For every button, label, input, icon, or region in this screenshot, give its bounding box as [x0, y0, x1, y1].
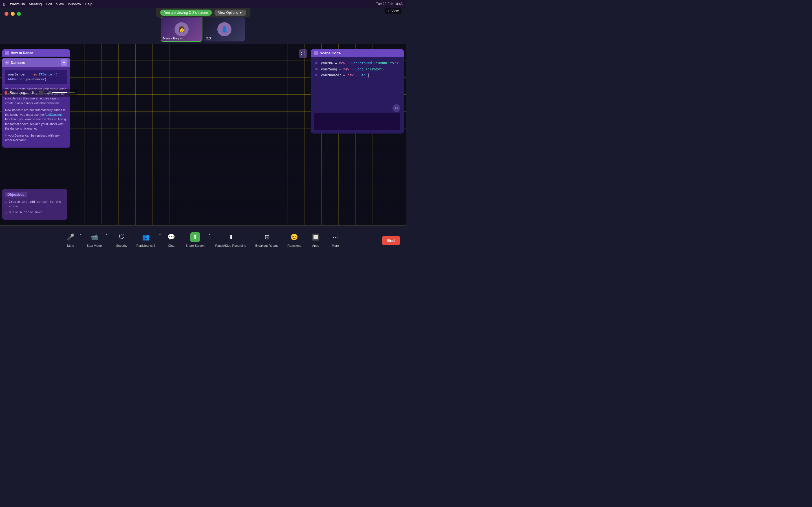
view-button-topright[interactable]: ⊞ View: [385, 8, 402, 14]
participant-name-ds: D.S: [206, 37, 211, 40]
dancers-header: — Dancers ↩: [2, 58, 70, 67]
volume-icon: 🔊: [47, 91, 51, 95]
dancers-panel: — Dancers ↩ yourDancer = new FFDancer() …: [2, 58, 70, 148]
share-indicator: You are viewing D.S's screen: [160, 10, 212, 16]
share-screen-icon: ⬆: [190, 232, 200, 242]
share-screen-arrow[interactable]: ▲: [208, 233, 211, 236]
toolbar-share-screen[interactable]: ⬆ Share Screen: [181, 230, 209, 249]
scene-code-collapse[interactable]: —: [314, 51, 318, 55]
more-label: More: [332, 244, 339, 247]
dancers-code-block: yourDancer = new FFDancer() AddDancer(yo…: [5, 70, 67, 84]
menubar:  zoom.us Meeting Edit View Window Help …: [0, 0, 406, 8]
menubar-time: Tue 22 Feb 14:48: [376, 2, 403, 6]
refresh-button[interactable]: ↻: [393, 104, 400, 112]
avatar-marisa: 👩: [174, 22, 189, 36]
objectives-panel: Objectives ☆ Create and add dancer to th…: [2, 189, 67, 220]
toolbar-stop-video[interactable]: 📹 Stop Video: [82, 230, 106, 249]
participant-tile-marisa[interactable]: 👩 Marisa Paryasto: [161, 17, 202, 42]
breakout-rooms-icon: ⊞: [262, 232, 272, 242]
menubar-item-view[interactable]: View: [56, 2, 64, 6]
pause-recording-icon: ⏸: [226, 232, 236, 242]
more-icon: ···: [330, 232, 340, 242]
volume-track[interactable]: [52, 92, 75, 93]
end-button[interactable]: End: [382, 236, 400, 245]
toolbar-more[interactable]: ··· More: [325, 230, 345, 249]
mute-icon: 🎤: [66, 232, 76, 242]
menubar-item-help[interactable]: Help: [85, 2, 93, 6]
stop-video-icon: 📹: [89, 232, 99, 242]
toolbar-breakout-rooms[interactable]: ⊞ Breakout Rooms: [251, 230, 283, 249]
menubar-item-window[interactable]: Window: [68, 2, 81, 6]
collapse-icon[interactable]: —: [5, 51, 9, 55]
mute-arrow[interactable]: ▲: [80, 233, 82, 236]
participants-label: Participants 2: [137, 244, 155, 247]
avatar-ds: 👤: [217, 22, 232, 36]
scene-code-line-2: 02 yourSong = new FFSong ("Frozy"): [314, 66, 400, 73]
chat-label: Chat: [168, 244, 174, 247]
apps-label: Apps: [312, 244, 319, 247]
recording-stop-btn[interactable]: ⬛: [38, 90, 45, 96]
toolbar-chat[interactable]: 💬 Chat: [161, 230, 181, 249]
volume-fill: [52, 92, 67, 93]
recording-pause-btn[interactable]: ⏸: [30, 90, 36, 96]
how-to-dance-panel: — How to Dance: [2, 49, 70, 57]
menubar-item-meeting[interactable]: Meeting: [29, 2, 42, 6]
objective-item-2: ☆ Queue a dance move: [5, 210, 64, 215]
chat-icon: 💬: [166, 232, 176, 242]
stop-video-arrow[interactable]: ▲: [105, 233, 108, 236]
pause-recording-label: Pause/Stop Recording: [215, 244, 246, 247]
how-to-dance-title: How to Dance: [11, 51, 33, 55]
traffic-lights: [4, 12, 21, 16]
fullscreen-button[interactable]: ⛶: [299, 49, 307, 58]
participant-name-marisa: Marisa Paryasto: [163, 37, 185, 40]
dancers-text-2: New dancers are not automatically added …: [5, 108, 67, 131]
share-screen-label: Share Screen: [186, 244, 204, 247]
dancers-title: Dancers: [11, 61, 25, 65]
participant-tile-ds[interactable]: 👤 D.S: [204, 17, 245, 42]
scene-code-line-3: 03 yourDancer = new FFDan: [314, 72, 400, 78]
objectives-title: Objectives: [5, 192, 27, 198]
security-label: Security: [116, 244, 128, 247]
participants-icon: 👥: [141, 232, 151, 242]
breakout-rooms-label: Breakout Rooms: [255, 244, 278, 247]
menubar-item-edit[interactable]: Edit: [46, 2, 52, 6]
toolbar-security[interactable]: 🛡 Security: [112, 230, 132, 249]
scene-code-title: Scene Code: [320, 51, 341, 55]
mute-label: Mute: [67, 244, 74, 247]
view-icon: ⊞: [388, 9, 390, 13]
traffic-light-minimize[interactable]: [11, 12, 15, 16]
menubar-app-name[interactable]: zoom.us: [10, 2, 25, 6]
apple-menu-icon[interactable]: : [3, 2, 5, 6]
dancers-text-3: ** yourDancer can be replaced with any o…: [5, 133, 67, 143]
dancers-body: yourDancer = new FFDancer() AddDancer(yo…: [2, 67, 70, 148]
scene-code-line-1: 01 yourBG = new FFBackground ("OvunCity"…: [314, 60, 400, 66]
reactions-label: Reactions: [288, 244, 301, 247]
dancers-collapse-icon[interactable]: —: [5, 61, 9, 64]
reactions-icon: 😊: [289, 232, 299, 242]
participants-arrow[interactable]: ▲: [158, 233, 161, 236]
dancers-back-btn[interactable]: ↩: [61, 59, 67, 66]
view-options-button[interactable]: View Options ▼: [214, 10, 246, 16]
add-dancer-link[interactable]: AddDancer(): [45, 113, 62, 116]
screen-content: Recording... ⏸ ⬛ 🔊 — How to Dance — Danc…: [0, 44, 406, 225]
objective-item-1: ☆ Create and add dancer to the scene: [5, 200, 64, 209]
text-cursor: [368, 73, 368, 77]
toolbar-pause-recording[interactable]: ⏸ Pause/Stop Recording: [211, 230, 251, 249]
traffic-light-close[interactable]: [4, 12, 8, 16]
apps-icon: 🔲: [310, 232, 320, 242]
security-icon: 🛡: [117, 232, 127, 242]
toolbar-reactions[interactable]: 😊 Reactions: [283, 230, 306, 249]
recording-text: Recording...: [10, 91, 28, 95]
traffic-light-fullscreen[interactable]: [17, 12, 21, 16]
toolbar-participants[interactable]: 👥 Participants 2: [132, 230, 160, 249]
star-icon-2: ☆: [5, 210, 7, 215]
scene-preview-box: [314, 113, 400, 130]
recording-dot: [4, 91, 7, 94]
share-bar: You are viewing D.S's screen View Option…: [156, 8, 250, 17]
how-to-dance-header: — How to Dance: [2, 49, 70, 57]
scene-code-body[interactable]: 01 yourBG = new FFBackground ("OvunCity"…: [311, 57, 404, 113]
star-icon-1: ☆: [5, 200, 7, 205]
recording-bar: Recording... ⏸ ⬛ 🔊: [2, 89, 77, 97]
toolbar-mute[interactable]: 🎤 Mute: [61, 230, 81, 249]
toolbar-apps[interactable]: 🔲 Apps: [306, 230, 325, 249]
